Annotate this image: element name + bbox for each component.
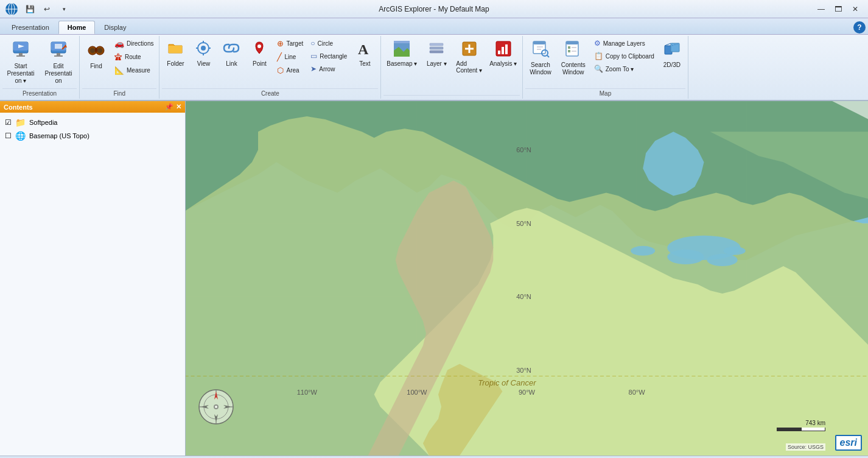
map-canvas: 60°N 50°N 40°N 30°N 110°W 100°W 90°W 80°…	[186, 101, 868, 456]
edit-presentation-label: Edit Presentation	[44, 63, 72, 85]
2d3d-button[interactable]: 2D/3D	[659, 37, 685, 71]
link-icon	[223, 40, 240, 59]
app-title: ArcGIS Explorer - My Default Map	[379, 5, 489, 13]
add-content-icon	[460, 40, 478, 59]
find-button[interactable]: Find	[82, 37, 110, 72]
svg-text:30°N: 30°N	[516, 367, 531, 374]
close-button[interactable]: ✕	[847, 3, 863, 15]
svg-text:40°N: 40°N	[516, 293, 531, 300]
softpedia-folder-icon: 📁	[15, 118, 26, 127]
layer-button[interactable]: Layer ▾	[421, 37, 452, 69]
svg-text:50°N: 50°N	[516, 220, 531, 227]
search-window-button[interactable]: SearchWindow	[525, 37, 556, 79]
ribbon-tabs: Presentation Home Display ?	[0, 18, 868, 35]
tab-home[interactable]: Home	[58, 21, 96, 34]
circle-button[interactable]: ○ Circle	[307, 37, 350, 49]
app-logo	[5, 2, 18, 16]
point-icon	[251, 40, 268, 59]
svg-rect-38	[498, 51, 500, 54]
binoculars-icon	[86, 40, 106, 62]
maximize-button[interactable]: 🗖	[830, 3, 846, 15]
ribbon-group-map-content: SearchWindow ContentsWindow	[525, 37, 685, 87]
folder-button[interactable]: Folder	[162, 37, 189, 70]
edit-presentation-button[interactable]: Edit Presentation	[40, 37, 77, 87]
ribbon-group-create-content: Folder View	[162, 37, 378, 87]
analysis-button[interactable]: Analysis ▾	[486, 37, 520, 69]
start-presentation-button[interactable]: StartPresentation ▾	[2, 37, 39, 87]
link-button[interactable]: Link	[218, 37, 245, 70]
svg-line-55	[665, 43, 671, 46]
analysis-label: Analysis ▾	[489, 60, 517, 67]
svg-rect-39	[502, 47, 504, 54]
search-window-label: SearchWindow	[530, 62, 551, 76]
softpedia-checkbox[interactable]: ☑	[5, 118, 12, 127]
ribbon-group-map-tools-content: Basemap ▾ Layer ▾	[383, 37, 520, 94]
svg-point-22	[201, 46, 206, 51]
esri-logo: esri	[835, 435, 862, 451]
minimize-button[interactable]: —	[813, 3, 829, 15]
svg-point-69	[707, 254, 738, 266]
edit-presentation-icon	[49, 40, 68, 62]
softpedia-label: Softpedia	[29, 119, 57, 126]
measure-button[interactable]: 📐 Measure	[111, 64, 156, 77]
svg-rect-12	[54, 55, 63, 57]
svg-text:100°W: 100°W	[407, 389, 427, 396]
basemap-label: Basemap (US Topo)	[29, 132, 89, 139]
svg-point-27	[257, 44, 261, 48]
arrow-button[interactable]: ➤ Arrow	[307, 63, 350, 75]
view-label: View	[197, 60, 211, 68]
contents-window-button[interactable]: ContentsWindow	[557, 37, 590, 79]
ribbon: StartPresentation ▾ Edit Presentation	[0, 35, 868, 101]
customize-button[interactable]: ▾	[56, 3, 72, 15]
basemap-label: Basemap ▾	[387, 60, 417, 67]
directions-button[interactable]: 🚗 Directions	[111, 37, 156, 50]
zoom-to-button[interactable]: 🔍 Zoom To ▾	[591, 63, 657, 75]
save-button[interactable]: 💾	[22, 3, 38, 15]
ribbon-group-find-content: Find 🚗 Directions 🛣 Route 📐 Measure	[82, 37, 156, 87]
route-button[interactable]: 🛣 Route	[111, 51, 156, 63]
basemap-checkbox[interactable]: ☐	[5, 132, 12, 140]
start-presentation-label: StartPresentation ▾	[7, 63, 35, 85]
contents-panel: Contents 📌 ✕ ☑ 📁 Softpedia ☐ 🌐 Basemap (…	[0, 101, 186, 456]
directions-label: Directions	[127, 40, 153, 47]
ribbon-group-presentation-content: StartPresentation ▾ Edit Presentation	[2, 37, 77, 87]
contents-panel-header: Contents 📌 ✕	[0, 101, 185, 113]
ribbon-group-create: Folder View	[159, 36, 381, 99]
tab-display[interactable]: Display	[95, 21, 135, 34]
tab-presentation[interactable]: Presentation	[2, 21, 58, 34]
area-button[interactable]: ⬡ Area	[274, 64, 306, 77]
undo-button[interactable]: ↩	[39, 3, 55, 15]
copy-clipboard-button[interactable]: 📋 Copy to Clipboard	[591, 50, 657, 62]
contents-item-softpedia[interactable]: ☑ 📁 Softpedia	[2, 116, 183, 129]
basemap-button[interactable]: Basemap ▾	[383, 37, 420, 69]
view-icon	[195, 40, 212, 59]
ribbon-group-find: Find 🚗 Directions 🛣 Route 📐 Measure Find	[80, 36, 159, 99]
help-button[interactable]: ?	[853, 21, 866, 33]
contents-close-button[interactable]: ✕	[176, 103, 181, 111]
target-button[interactable]: ⊕ Target	[274, 37, 306, 50]
compass-rose	[198, 389, 234, 425]
svg-rect-33	[430, 51, 443, 53]
svg-point-19	[90, 48, 95, 53]
titlebar-left: 💾 ↩ ▾	[5, 2, 72, 16]
rectangle-button[interactable]: ▭ Rectangle	[307, 50, 350, 62]
source-credit: Source: USGS	[786, 443, 825, 451]
layer-label: Layer ▾	[427, 60, 447, 67]
area-icon: ⬡	[277, 66, 284, 75]
point-button[interactable]: Point	[246, 37, 273, 70]
add-content-button[interactable]: AddContent ▾	[453, 37, 485, 76]
manage-layers-icon: ⚙	[594, 39, 601, 48]
measure-icon: 📐	[114, 66, 124, 75]
contents-item-basemap[interactable]: ☐ 🌐 Basemap (US Topo)	[2, 130, 183, 142]
text-button[interactable]: A Text	[351, 37, 378, 70]
line-button[interactable]: ╱ Line	[274, 51, 306, 63]
view-button[interactable]: View	[190, 37, 217, 70]
window-controls: — 🗖 ✕	[813, 3, 863, 15]
route-icon: 🛣	[114, 52, 122, 62]
map-area[interactable]: 60°N 50°N 40°N 30°N 110°W 100°W 90°W 80°…	[186, 101, 868, 456]
ribbon-group-create-label: Create	[162, 88, 378, 97]
contents-pin-button[interactable]: 📌	[165, 103, 173, 111]
svg-rect-42	[533, 41, 545, 44]
copy-clipboard-label: Copy to Clipboard	[606, 53, 654, 60]
manage-layers-button[interactable]: ⚙ Manage Layers	[591, 37, 657, 49]
